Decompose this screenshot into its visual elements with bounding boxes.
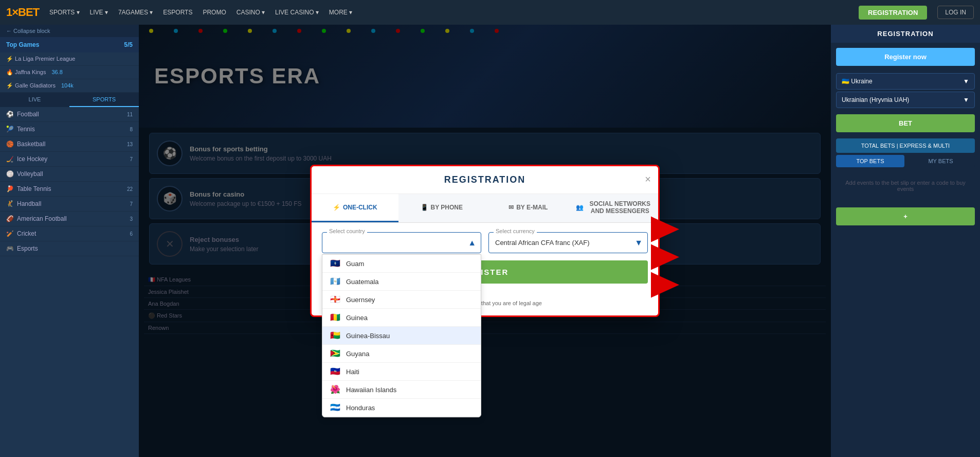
- right-register-button[interactable]: Register now: [836, 48, 975, 66]
- nav-live-casino[interactable]: LIVE CASINO ▾: [275, 9, 319, 16]
- tab-sports[interactable]: SPORTS: [69, 93, 139, 107]
- sidebar-tabs: LIVE SPORTS: [0, 93, 139, 107]
- nav-casino[interactable]: CASINO ▾: [237, 9, 265, 16]
- chevron-down-icon-lang: ▼: [963, 96, 969, 103]
- country-option-guam[interactable]: 🇬🇺 Guam: [322, 255, 481, 273]
- currency-label: Select currency: [494, 228, 537, 234]
- right-bottom-plus-button[interactable]: +: [836, 207, 975, 225]
- tab-social[interactable]: 👥 SOCIAL NETWORKS AND MESSENGERS: [572, 194, 659, 222]
- flag-haiti: 🇭🇹: [330, 367, 341, 376]
- sport-american-football[interactable]: 🏈 American Football 3: [0, 212, 139, 226]
- navbar: 1×BET SPORTS ▾ LIVE ▾ 7AGAMES ▾ ESPORTS …: [0, 0, 980, 25]
- main-layout: ← Collapse block Top Games 5/5 ⚡ La Liga…: [0, 25, 980, 457]
- flag-hawaiian: 🌺: [330, 385, 341, 394]
- country-option-guinea[interactable]: 🇬🇳 Guinea: [322, 309, 481, 327]
- top-bets-tab[interactable]: TOP BETS: [836, 155, 904, 167]
- flag-guyana: 🇬🇾: [330, 349, 341, 358]
- sport-ice-hockey[interactable]: 🏒 Ice Hockey 7: [0, 152, 139, 167]
- sport-football[interactable]: ⚽ Football 11: [0, 107, 139, 122]
- modal-title: REGISTRATION: [444, 174, 526, 185]
- flag-guernsey: 🇬🇬: [330, 295, 341, 304]
- top-games-label: Top Games: [6, 41, 39, 48]
- right-panel-title: REGISTRATION: [831, 25, 980, 43]
- sport-basketball[interactable]: 🏀 Basketball 13: [0, 137, 139, 152]
- top-games-header: Top Games 5/5: [0, 37, 139, 52]
- top-games-count: 5/5: [124, 41, 133, 48]
- flag-guinea: 🇬🇳: [330, 313, 341, 322]
- tab-by-email[interactable]: ✉ BY E-MAIL: [485, 194, 572, 222]
- tab-live[interactable]: LIVE: [0, 93, 69, 107]
- flag-guam: 🇬🇺: [330, 259, 341, 268]
- right-country-select[interactable]: 🇺🇦 Ukraine ▼: [836, 73, 975, 90]
- logo[interactable]: 1×BET: [6, 6, 39, 19]
- country-select[interactable]: [322, 232, 481, 253]
- modal-overlay: REGISTRATION × ⚡ ONE-CLICK 📱 BY PHONE ✉ …: [139, 25, 831, 457]
- my-bets-tab[interactable]: MY BETS: [906, 155, 975, 167]
- sport-cricket[interactable]: 🏏 Cricket 6: [0, 226, 139, 241]
- nav-live[interactable]: LIVE ▾: [90, 9, 108, 16]
- nav-esports[interactable]: ESPORTS: [163, 9, 192, 16]
- game-item-3[interactable]: ⚡ Galle Gladiators 104k: [0, 79, 139, 93]
- country-field-group: Select country ▲ 🇬🇺 Guam: [322, 232, 481, 253]
- betslip-tabs: TOP BETS MY BETS: [836, 155, 975, 167]
- tab-by-phone[interactable]: 📱 BY PHONE: [398, 194, 485, 222]
- country-option-honduras[interactable]: 🇭🇳 Honduras: [322, 399, 481, 417]
- social-icon: 👥: [576, 204, 584, 211]
- country-option-guernsey[interactable]: 🇬🇬 Guernsey: [322, 291, 481, 309]
- right-bet-button[interactable]: BET: [836, 114, 975, 132]
- field-row: Select country ▲ 🇬🇺 Guam: [322, 232, 648, 253]
- left-sidebar: ← Collapse block Top Games 5/5 ⚡ La Liga…: [0, 25, 139, 457]
- arrow-bottom: [651, 272, 679, 298]
- country-option-guatemala[interactable]: 🇬🇹 Guatemala: [322, 273, 481, 291]
- flag-guatemala: 🇬🇹: [330, 277, 341, 286]
- lightning-icon: ⚡: [333, 204, 340, 211]
- sport-tennis[interactable]: 🎾 Tennis 8: [0, 122, 139, 137]
- modal-close-button[interactable]: ×: [645, 173, 651, 185]
- nav-register-button[interactable]: REGISTRATION: [859, 6, 927, 20]
- nav-7agames[interactable]: 7AGAMES ▾: [118, 9, 153, 16]
- modal-tabs: ⚡ ONE-CLICK 📱 BY PHONE ✉ BY E-MAIL 👥 SOC…: [312, 194, 658, 223]
- sport-esports[interactable]: 🎮 Esports: [0, 241, 139, 256]
- country-option-hawaiian[interactable]: 🌺 Hawaiian Islands: [322, 381, 481, 399]
- phone-icon: 📱: [421, 204, 428, 211]
- right-sidebar: REGISTRATION Register now 🇺🇦 Ukraine ▼ U…: [831, 25, 980, 457]
- country-option-guinea-bissau[interactable]: 🇬🇼 Guinea-Bissau: [322, 327, 481, 345]
- right-blue-bar: TOTAL BETS | EXPRESS & MULTI: [836, 138, 975, 153]
- registration-modal: REGISTRATION × ⚡ ONE-CLICK 📱 BY PHONE ✉ …: [310, 165, 660, 317]
- sport-table-tennis[interactable]: 🏓 Table Tennis 22: [0, 182, 139, 197]
- sport-volleyball[interactable]: 🏐 Volleyball: [0, 167, 139, 182]
- country-label: Select country: [327, 228, 367, 234]
- nav-promo[interactable]: PROMO: [203, 9, 226, 16]
- game-item-1[interactable]: ⚡ La Liga Premier League: [0, 52, 139, 66]
- currency-select[interactable]: Central African CFA franc (XAF): [488, 232, 648, 253]
- currency-field-group: Select currency Central African CFA fran…: [488, 232, 648, 253]
- sport-handball[interactable]: 🤾 Handball 7: [0, 197, 139, 212]
- collapse-button[interactable]: ← Collapse block: [0, 25, 139, 37]
- betslip-empty-message: Add events to the bet slip or enter a co…: [831, 169, 980, 202]
- country-dropdown: 🇬🇺 Guam 🇬🇹 Guatemala 🇬🇬 Guernsey: [322, 254, 481, 417]
- modal-header: REGISTRATION ×: [312, 166, 658, 194]
- right-language-select[interactable]: Ukrainian (Hryvnia UAH) ▼: [836, 92, 975, 108]
- nav-sports[interactable]: SPORTS ▾: [49, 9, 79, 16]
- center-area: ESPORTS ERA ⚽ Bonus for sports betting W…: [139, 25, 831, 457]
- country-option-guyana[interactable]: 🇬🇾 Guyana: [322, 345, 481, 363]
- nav-more[interactable]: MORE ▾: [329, 9, 352, 16]
- arrow-top: [651, 217, 679, 242]
- flag-guinea-bissau: 🇬🇼: [330, 331, 341, 340]
- flag-honduras: 🇭🇳: [330, 403, 341, 412]
- nav-login-button[interactable]: LOG IN: [937, 6, 974, 19]
- tab-one-click[interactable]: ⚡ ONE-CLICK: [312, 194, 398, 222]
- country-option-haiti[interactable]: 🇭🇹 Haiti: [322, 363, 481, 381]
- chevron-down-icon: ▼: [963, 78, 969, 85]
- red-arrows: [651, 217, 679, 298]
- arrow-middle: [651, 244, 679, 270]
- email-icon: ✉: [509, 204, 514, 211]
- game-item-2[interactable]: 🔥 Jaffna Kings 36.8: [0, 66, 139, 79]
- modal-body: Select country ▲ 🇬🇺 Guam: [312, 223, 658, 315]
